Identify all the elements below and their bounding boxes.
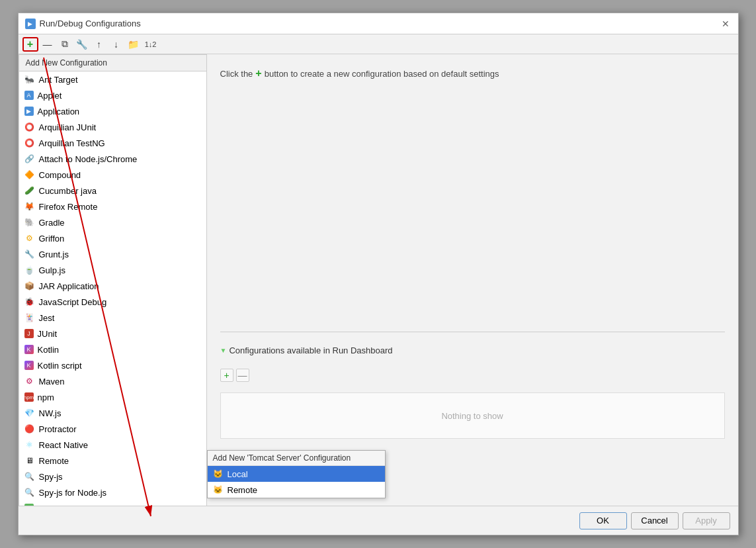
close-button[interactable]: ✕: [720, 18, 732, 30]
grunt-icon: 🔧: [24, 249, 35, 259]
title-bar-left: ▶ Run/Debug Configurations: [25, 19, 141, 29]
edit-defaults-button[interactable]: 🔧: [74, 37, 90, 52]
bottom-bar: OK Cancel Apply: [19, 506, 738, 535]
griffon-icon: ⚙: [24, 233, 35, 244]
menu-item-react-native[interactable]: ⚛ React Native: [19, 437, 206, 453]
remove-config-button[interactable]: —: [40, 37, 56, 52]
gradle-icon: 🐘: [24, 217, 35, 228]
menu-item-application[interactable]: ▶ Application: [19, 103, 206, 119]
add-config-dropdown: Add New Configuration 🐜 Ant Target A App…: [19, 54, 207, 506]
copy-config-button[interactable]: ⧉: [57, 37, 73, 52]
kotlin-icon: K: [24, 345, 34, 354]
tomcat-local-label: Local: [228, 469, 248, 479]
dashboard-remove-button[interactable]: —: [236, 369, 249, 382]
npm-icon: npm: [24, 392, 34, 402]
menu-item-applet[interactable]: A Applet: [19, 87, 206, 103]
arquillian-testng-icon: ⭕: [24, 138, 35, 148]
left-panel: Add New Configuration 🐜 Ant Target A App…: [19, 54, 207, 506]
add-config-header: Add New Configuration: [19, 55, 206, 71]
menu-item-jest[interactable]: 🃏 Jest: [19, 310, 206, 326]
move-down-button[interactable]: ↓: [108, 37, 124, 52]
tomcat-submenu-header: Add New 'Tomcat Server' Configuration: [208, 451, 385, 466]
application-icon: ▶: [24, 107, 34, 116]
protractor-icon: 🔴: [24, 424, 35, 434]
menu-item-gulp[interactable]: 🍵 Gulp.js: [19, 262, 206, 278]
add-config-button[interactable]: +: [22, 37, 38, 52]
menu-item-junit[interactable]: J JUnit: [19, 326, 206, 342]
title-bar: ▶ Run/Debug Configurations ✕: [19, 13, 738, 34]
menu-item-arquillian-testng[interactable]: ⭕ Arquillian TestNG: [19, 135, 206, 151]
tomcat-submenu-popup: Add New 'Tomcat Server' Configuration 🐱 …: [207, 450, 386, 498]
nothing-to-show-box: Nothing to show: [220, 392, 725, 439]
menu-item-gradle[interactable]: 🐘 Gradle: [19, 214, 206, 230]
ok-button[interactable]: OK: [579, 512, 627, 529]
tomcat-local-item[interactable]: 🐱 Local: [208, 466, 385, 482]
jar-icon: 📦: [24, 281, 35, 291]
ant-target-icon: 🐜: [24, 74, 35, 85]
tomcat-remote-label: Remote: [228, 485, 258, 495]
cucumber-icon: 🥒: [24, 185, 35, 196]
main-content: Add New Configuration 🐜 Ant Target A App…: [19, 54, 738, 506]
menu-item-ant-target[interactable]: 🐜 Ant Target: [19, 71, 206, 87]
move-up-button[interactable]: ↑: [91, 37, 107, 52]
menu-item-spy-js[interactable]: 🔍 Spy-js: [19, 469, 206, 484]
spy-js-node-icon: 🔍: [24, 487, 35, 498]
menu-item-grunt[interactable]: 🔧 Grunt.js: [19, 246, 206, 262]
remote-icon: 🖥: [24, 455, 35, 466]
tomcat-remote-item[interactable]: 🐱 Remote: [208, 482, 385, 498]
menu-item-protractor[interactable]: 🔴 Protractor: [19, 421, 206, 437]
move-to-group-button[interactable]: 📁: [126, 37, 142, 52]
menu-item-kotlin-script[interactable]: K Kotlin script: [19, 357, 206, 373]
tomcat-remote-icon: 🐱: [213, 484, 224, 495]
applet-icon: A: [24, 91, 34, 100]
arquillian-junit-icon: ⭕: [24, 122, 35, 132]
nwjs-icon: 💎: [24, 408, 35, 418]
menu-item-maven[interactable]: ⚙ Maven: [19, 373, 206, 389]
spy-js-icon: 🔍: [24, 471, 35, 482]
toolbar: + — ⧉ 🔧 ↑ ↓ 📁 1↓2: [19, 34, 738, 54]
maven-icon: ⚙: [24, 376, 35, 387]
menu-item-arquillian-junit[interactable]: ⭕ Arquillian JUnit: [19, 119, 206, 135]
dashboard-add-button[interactable]: +: [220, 369, 233, 382]
menu-item-compound[interactable]: 🔶 Compound: [19, 167, 206, 183]
plus-icon: +: [255, 68, 261, 79]
attach-nodejs-icon: 🔗: [24, 154, 35, 164]
menu-item-jar-application[interactable]: 📦 JAR Application: [19, 278, 206, 294]
tomcat-local-icon: 🐱: [213, 469, 224, 479]
info-text-post: button to create a new configuration bas…: [265, 69, 499, 79]
menu-item-spy-js-node[interactable]: 🔍 Spy-js for Node.js: [19, 484, 206, 500]
info-text-pre: Click the: [220, 69, 253, 79]
menu-item-cucumber[interactable]: 🥒 Cucumber java: [19, 183, 206, 199]
junit-icon: J: [24, 329, 34, 338]
sort-button[interactable]: 1↓2: [143, 37, 159, 52]
testng-icon: NG: [24, 504, 34, 506]
apply-button[interactable]: Apply: [683, 512, 730, 529]
compound-icon: 🔶: [24, 169, 35, 180]
dialog-title: Run/Debug Configurations: [40, 19, 141, 28]
menu-item-javascript-debug[interactable]: 🐞 JavaScript Debug: [19, 294, 206, 310]
menu-item-remote[interactable]: 🖥 Remote: [19, 453, 206, 469]
divider: [220, 332, 725, 332]
dialog-icon: ▶: [25, 19, 36, 29]
js-debug-icon: 🐞: [24, 297, 35, 307]
right-panel: Click the + button to create a new confi…: [207, 54, 738, 506]
menu-item-firefox-remote[interactable]: 🦊 Firefox Remote: [19, 199, 206, 214]
menu-item-nwjs[interactable]: 💎 NW.js: [19, 405, 206, 421]
kotlin-script-icon: K: [24, 361, 34, 370]
dashboard-label: Configurations available in Run Dashboar…: [229, 345, 392, 355]
cancel-button[interactable]: Cancel: [631, 512, 679, 529]
jest-icon: 🃏: [24, 312, 35, 323]
menu-item-kotlin[interactable]: K Kotlin: [19, 342, 206, 357]
react-native-icon: ⚛: [24, 439, 35, 450]
run-debug-dialog: ▶ Run/Debug Configurations ✕ + — ⧉ 🔧 ↑ ↓…: [18, 13, 739, 535]
firefox-icon: 🦊: [24, 201, 35, 212]
dashboard-section-header: ▼ Configurations available in Run Dashbo…: [220, 345, 725, 355]
info-row: Click the + button to create a new confi…: [220, 68, 725, 79]
menu-item-griffon[interactable]: ⚙ Griffon: [19, 230, 206, 246]
menu-item-npm[interactable]: npm npm: [19, 389, 206, 405]
dashboard-actions: + —: [220, 369, 725, 382]
gulp-icon: 🍵: [24, 265, 35, 275]
nothing-to-show-label: Nothing to show: [441, 411, 503, 421]
menu-item-attach-nodejs[interactable]: 🔗 Attach to Node.js/Chrome: [19, 151, 206, 167]
menu-item-testng[interactable]: NG TestNG: [19, 500, 206, 506]
